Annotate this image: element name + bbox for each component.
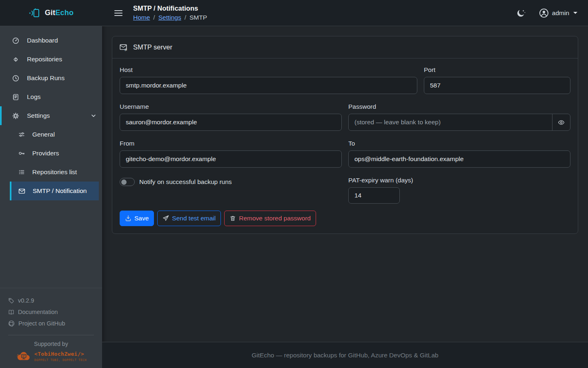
sidebar-subitem-label: General [32, 131, 55, 138]
sidebar-subitem-label: Providers [32, 150, 59, 157]
breadcrumb-separator: / [185, 14, 186, 21]
password-input-group [348, 114, 570, 131]
github-icon [8, 320, 15, 327]
sidebar-subitem-label: Repositories list [32, 168, 77, 176]
breadcrumb-separator: / [153, 14, 155, 21]
sidebar-item-backup-runs[interactable]: Backup Runs [0, 69, 102, 88]
top-navbar: GitEcho SMTP / Notifications Home / Sett… [0, 0, 588, 26]
sponsor-logo[interactable]: <TobiHochZwei/> DOPPELT TOBI, DOPPELT TE… [0, 350, 102, 362]
footer-text: GitEcho — repository backups for GitHub,… [252, 352, 438, 359]
username-label: Username [120, 103, 342, 110]
pat-expiry-input[interactable] [348, 187, 400, 204]
to-input[interactable] [348, 150, 570, 168]
sidebar: Dashboard Repositories [0, 26, 102, 368]
sidebar-subitem-smtp-notification[interactable]: SMTP / Notification [10, 182, 99, 200]
app-window: GitEcho SMTP / Notifications Home / Sett… [0, 0, 588, 368]
to-label: To [348, 140, 570, 147]
sidebar-nav: Dashboard Repositories [0, 26, 102, 200]
sidebar-item-dashboard[interactable]: Dashboard [0, 31, 102, 50]
sidebar-item-logs[interactable]: Logs [0, 88, 102, 106]
sliders-icon [18, 131, 25, 138]
save-button-label: Save [134, 215, 149, 222]
git-diamond-icon [12, 56, 19, 63]
pat-expiry-field-group: PAT-expiry warn (days) [348, 177, 570, 204]
page-heading-block: SMTP / Notifications Home / Settings / S… [133, 4, 207, 21]
username-input[interactable] [120, 114, 342, 131]
eye-icon [558, 119, 565, 126]
gear-icon [12, 112, 19, 119]
sidebar-toggle-button[interactable] [114, 9, 123, 18]
port-label: Port [424, 66, 570, 74]
main-content: @ SMTP server Host Port [102, 26, 588, 342]
to-field-group: To [348, 140, 570, 168]
envelope-at-icon: @ [120, 43, 128, 51]
save-button[interactable]: Save [120, 211, 154, 226]
theme-toggle-button[interactable] [517, 9, 526, 18]
documentation-label: Documentation [18, 309, 58, 315]
breadcrumb-current: SMTP [189, 14, 207, 21]
moon-stars-icon [517, 9, 526, 18]
sponsor-logo-text: <TobiHochZwei/> DOPPELT TOBI, DOPPELT TE… [34, 351, 87, 362]
card-header: @ SMTP server [112, 36, 578, 58]
remove-stored-password-button[interactable]: Remove stored password [224, 211, 316, 226]
sidebar-subitem-providers[interactable]: Providers [10, 144, 99, 163]
chevron-down-icon [91, 113, 96, 119]
password-input[interactable] [348, 114, 552, 131]
page-footer: GitEcho — repository backups for GitHub,… [102, 342, 588, 368]
envelope-icon [18, 188, 25, 195]
sidebar-footer: v0.2.9 Documentation Pro [0, 288, 102, 368]
sidebar-subitem-general[interactable]: General [10, 125, 99, 144]
clock-icon [12, 75, 19, 82]
speedometer-icon [12, 37, 19, 44]
password-visibility-button[interactable] [552, 114, 570, 131]
header-actions: admin [517, 8, 577, 18]
tag-icon [8, 298, 14, 304]
card-actions: Save Send test email [120, 211, 570, 226]
caret-down-icon [573, 12, 577, 14]
notify-toggle-switch[interactable] [120, 178, 135, 186]
sponsor-title: <TobiHochZwei/> [34, 351, 87, 357]
svg-text:@: @ [125, 47, 127, 51]
gitecho-logo-icon [29, 7, 41, 19]
supported-by-label: Supported by [0, 341, 102, 347]
host-input[interactable] [120, 77, 417, 94]
version-link[interactable]: v0.2.9 [0, 295, 102, 306]
key-icon [18, 150, 25, 157]
hamburger-icon [114, 9, 123, 18]
sidebar-subitem-label: SMTP / Notification [33, 187, 87, 195]
send-test-email-button[interactable]: Send test email [157, 211, 221, 226]
smtp-server-card: @ SMTP server Host Port [112, 36, 578, 234]
username-field-group: Username [120, 103, 342, 131]
sidebar-item-settings[interactable]: Settings [0, 106, 102, 125]
from-input[interactable] [120, 150, 342, 168]
cloud-robot-icon [16, 350, 31, 362]
port-input[interactable] [424, 77, 570, 94]
save-icon [125, 215, 131, 222]
host-label: Host [120, 66, 417, 74]
version-label: v0.2.9 [18, 297, 34, 304]
person-circle-icon [539, 8, 549, 18]
sidebar-item-label: Settings [27, 112, 50, 119]
send-test-email-label: Send test email [172, 215, 216, 222]
card-body: Host Port Username Password [112, 58, 578, 233]
book-icon [8, 309, 14, 315]
journal-icon [12, 94, 19, 101]
list-icon [18, 169, 25, 175]
breadcrumb-home-link[interactable]: Home [133, 14, 150, 21]
documentation-link[interactable]: Documentation [0, 306, 102, 318]
sponsor-subtitle: DOPPELT TOBI, DOPPELT TECH [34, 358, 87, 362]
sidebar-item-repositories[interactable]: Repositories [0, 50, 102, 69]
breadcrumb-settings-link[interactable]: Settings [158, 14, 181, 21]
notify-toggle-group: Notify on successful backup runs [120, 177, 342, 186]
pat-expiry-label: PAT-expiry warn (days) [348, 177, 570, 184]
settings-subnav: General Providers [0, 125, 102, 200]
password-field-group: Password [348, 103, 570, 131]
github-project-label: Project on GitHub [18, 320, 65, 327]
sidebar-subitem-repositories-list[interactable]: Repositories list [10, 163, 99, 182]
user-menu[interactable]: admin [539, 8, 577, 18]
breadcrumb: Home / Settings / SMTP [133, 14, 207, 21]
brand[interactable]: GitEcho [0, 0, 102, 26]
github-project-link[interactable]: Project on GitHub [0, 318, 102, 329]
send-icon [163, 215, 169, 222]
from-field-group: From [120, 140, 342, 168]
